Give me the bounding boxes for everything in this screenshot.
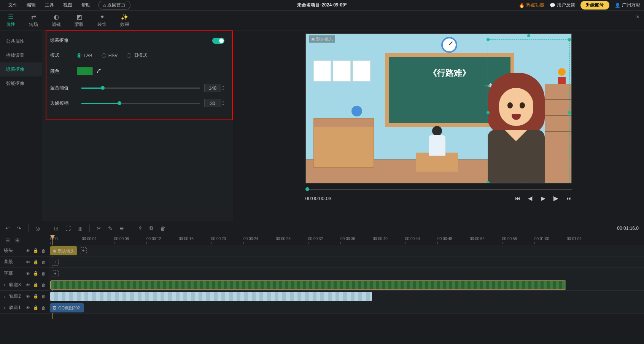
clip-video-track3[interactable] [50,280,566,290]
add-track-button[interactable]: ⊞ [15,237,20,243]
timeline-toolbar: ↶ ↷ ◎ ⊡ ⛶ ▥ ✂ ✎ ≣ ⇪ ⧉ 🗑 00:01:16.0 [0,221,644,235]
threshold-slider[interactable] [81,88,200,89]
tick: 00:00:36 [340,237,355,241]
tab-mask[interactable]: ◩ 蒙版 [72,12,87,29]
project-title: 未命名项目-2024-09-09* [297,2,347,8]
export-button[interactable]: ⇪ [138,225,143,231]
lock-icon[interactable]: 🔒 [33,305,38,310]
threshold-value[interactable]: 148 [204,84,221,92]
trash-icon[interactable]: 🗑 [41,306,46,310]
trash-icon[interactable]: 🗑 [41,283,46,287]
radio-icon [102,53,106,58]
preview-canvas[interactable]: ▣ 默认镜头 《行路难》 --李白 [305,33,572,183]
skip-start-button[interactable]: ⏮ [515,195,520,201]
clip-qq-screenshot[interactable]: 🖼 QQ截图202 [50,303,84,312]
auto-track-button[interactable]: ⊟ [5,237,10,243]
sidebar-greenscreen[interactable]: 绿幕抠像 [0,62,42,76]
home-icon: ⌂ [103,3,106,8]
lock-icon[interactable]: 🔒 [33,294,38,299]
mode-hsv-radio[interactable]: HSV [102,52,118,59]
properties-panel: 绿幕抠像 模式 LAB HSV 旧模式 [42,30,233,221]
timeline-duration: 00:01:16.0 [617,226,639,231]
tab-decoration[interactable]: ✦ 装饰 [94,12,110,29]
blur-slider[interactable] [81,103,200,104]
tab-transition[interactable]: ⇄ 转场 [26,12,41,29]
selection-box[interactable] [488,39,570,183]
return-home-label: 返回首页 [107,2,126,8]
crop-button[interactable]: ⊡ [54,225,59,231]
user-badge[interactable]: 👤 广州万彩 [615,2,640,8]
step-forward-button[interactable]: |▶ [553,195,559,201]
user-feedback-button[interactable]: 💬 用户反馈 [550,2,575,8]
color-swatch[interactable] [77,67,93,75]
expand-icon[interactable]: › [4,282,5,288]
sidebar-smart-cutout[interactable]: 智能抠像 [0,76,42,91]
trash-icon[interactable]: 🗑 [41,294,46,299]
cut-button[interactable]: ✂ [97,225,101,231]
close-panel-button[interactable]: × [636,14,639,21]
lock-icon[interactable]: 🔒 [33,282,38,287]
decoration-icon: ✦ [100,13,105,21]
copy-button[interactable]: ⧉ [149,225,153,231]
add-clip-button[interactable]: + [80,247,87,254]
lock-icon[interactable]: 🔒 [33,260,38,264]
expand-icon[interactable]: › [4,305,5,311]
menu-help[interactable]: 帮助 [77,2,95,8]
edit-button[interactable]: ✎ [108,225,113,231]
upgrade-button[interactable]: 升级账号 [580,1,609,10]
tick: 00:00:40 [373,237,388,241]
visibility-icon[interactable]: 👁 [26,260,30,264]
menu-edit[interactable]: 编辑 [22,2,40,8]
locate-button[interactable]: ◎ [35,225,40,231]
playback-scrubber[interactable] [305,189,572,190]
visibility-icon[interactable]: 👁 [26,248,30,253]
delete-button[interactable]: 🗑 [160,225,165,231]
sidebar-common-props[interactable]: 公共属性 [0,34,42,48]
timeline-ruler-row: ⊟ ⊞ 0:00 00:00:04 00:00:08 00:00:12 00:0… [0,235,644,245]
tab-filter[interactable]: ◐ 滤镜 [49,12,64,29]
redo-button[interactable]: ↷ [17,225,21,231]
add-clip-button[interactable]: + [52,259,59,266]
skip-end-button[interactable]: ⏭ [566,195,572,201]
tab-attributes[interactable]: ☰ 属性 [3,12,18,29]
undo-button[interactable]: ↶ [5,225,10,231]
tick: 00:00:24 [243,237,258,241]
mode-old-radio[interactable]: 旧模式 [127,52,147,59]
add-clip-button[interactable]: + [52,270,59,277]
sidebar-playback-settings[interactable]: 播放设置 [0,48,42,62]
clip-default-shot[interactable]: ▣ 默认镜头 [50,246,77,255]
menu-view[interactable]: 视图 [59,2,77,8]
visibility-icon[interactable]: 👁 [26,306,30,310]
blur-value[interactable]: 30 [204,99,221,107]
lock-icon[interactable]: 🔒 [33,271,38,276]
trash-icon[interactable]: 🗑 [41,271,46,276]
visibility-icon[interactable]: 👁 [26,283,30,287]
trash-icon[interactable]: 🗑 [41,248,46,253]
split-button[interactable]: ▥ [78,225,83,231]
play-button[interactable]: ▶ [541,195,545,201]
visibility-icon[interactable]: 👁 [26,294,30,299]
trash-icon[interactable]: 🗑 [41,260,46,264]
threshold-spinner[interactable]: ▲▼ [222,85,224,91]
mask-icon: ◩ [76,13,82,21]
hot-feature-button[interactable]: 🔥 热点功能 [519,2,544,8]
expand-icon[interactable]: › [4,294,5,299]
layers-button[interactable]: ≣ [119,225,124,231]
mode-lab-radio[interactable]: LAB [77,52,92,59]
return-home-button[interactable]: ⌂ 返回首页 [98,1,130,10]
menu-tools[interactable]: 工具 [40,2,59,8]
step-back-button[interactable]: ◀| [528,195,534,201]
tool-tabs: ☰ 属性 ⇄ 转场 ◐ 滤镜 ◩ 蒙版 ✦ 装饰 ✨ 效果 × [0,11,644,30]
tick: 00:01:00 [534,237,549,241]
visibility-icon[interactable]: 👁 [26,271,30,276]
crop2-button[interactable]: ⛶ [65,225,71,231]
clip-label: QQ截图202 [58,305,80,311]
eyedropper-icon[interactable] [96,68,101,74]
lock-icon[interactable]: 🔒 [33,248,38,253]
greenscreen-toggle[interactable] [212,38,224,44]
menu-file[interactable]: 文件 [4,2,22,8]
tab-effect[interactable]: ✨ 效果 [117,12,132,29]
blur-spinner[interactable]: ▲▼ [222,100,224,106]
timeline-ruler[interactable]: 0:00 00:00:04 00:00:08 00:00:12 00:00:16… [49,235,644,245]
clip-scene-track2[interactable] [50,292,372,301]
